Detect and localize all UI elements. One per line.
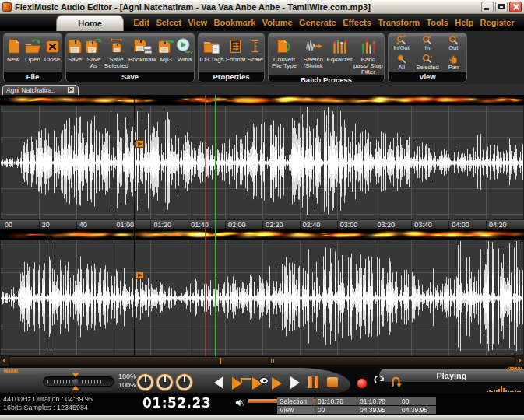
band-pass-filter-icon: [360, 35, 377, 57]
close-file-button[interactable]: Close: [44, 35, 61, 63]
ruler-tick-label: 02:20: [262, 221, 283, 229]
zoom-in-out-icon: [396, 34, 406, 45]
ruler-tick-label: 01:00: [114, 221, 135, 229]
open-button[interactable]: Open: [24, 35, 42, 63]
menu-transform[interactable]: Transform: [378, 18, 420, 27]
menu-select[interactable]: Select: [156, 18, 181, 27]
scale-button[interactable]: Scale: [248, 35, 263, 63]
band-pass-stop-filter-button[interactable]: Band pass/ Stop Filter: [353, 35, 384, 75]
tab-home[interactable]: Home: [56, 15, 124, 31]
save-as-button[interactable]: Save As: [83, 35, 104, 69]
scrollbar-grip[interactable]: [269, 359, 275, 363]
stop-button[interactable]: [327, 377, 338, 387]
menu-help[interactable]: Help: [455, 18, 473, 27]
ruler-tick-label: 02:00: [225, 221, 246, 229]
zoom-slider[interactable]: [43, 376, 114, 387]
speed-knob[interactable]: [176, 374, 192, 390]
mp3-button[interactable]: Mp3: [156, 35, 175, 63]
window-bottom-edge: [0, 415, 524, 420]
bookmark-save-button[interactable]: Bookmark: [128, 35, 156, 63]
loop-icon[interactable]: [374, 376, 385, 391]
timeline-ruler[interactable]: 00204001:0001:2001:4002:0002:2002:4003:0…: [0, 220, 524, 229]
menu-edit[interactable]: Edit: [133, 18, 149, 27]
pan-button[interactable]: Pan: [441, 53, 466, 72]
play-from-marker-button[interactable]: [232, 377, 242, 390]
zoom-in-button[interactable]: In: [414, 33, 440, 53]
group-label: Batch Process: [269, 75, 384, 82]
zoom-slider-handle-top[interactable]: [72, 373, 79, 377]
button-label: Equalizer: [326, 57, 352, 63]
stretch-shrink-button[interactable]: Stretch /Shrink: [300, 35, 326, 69]
menu-tools[interactable]: Tools: [426, 18, 448, 27]
record-button[interactable]: [357, 378, 368, 389]
playback-status: Playing: [436, 371, 466, 380]
zoom-out-button[interactable]: Out: [441, 33, 466, 53]
ruler-tick-label: 01:40: [188, 221, 209, 229]
new-document-icon: [5, 35, 22, 57]
ribbon-group-properties: ID3 Tags Format Scale Properties: [198, 33, 265, 82]
button-label: Close: [44, 57, 60, 63]
tab-close-button[interactable]: [67, 86, 75, 94]
save-selected-button[interactable]: Save Selected: [104, 35, 128, 69]
ribbon-group-file: New Open Close File: [3, 33, 62, 82]
scrollbar-track[interactable]: [9, 356, 515, 366]
scale-ruler-icon: [248, 35, 262, 57]
document-tab[interactable]: Agni Natchatira..: [2, 85, 79, 95]
volume-knob[interactable]: [137, 374, 153, 390]
ruler-tick-label: 03:20: [375, 221, 396, 229]
rewind-chevrons-icon[interactable]: «««««: [3, 366, 17, 375]
save-as-icon: [84, 35, 103, 57]
zoom-selected-button[interactable]: Selected: [414, 53, 440, 72]
format-button[interactable]: Format: [226, 35, 245, 63]
button-label: Bookmark: [128, 57, 156, 63]
return-arrow-icon[interactable]: [391, 375, 402, 391]
zoom-all-icon: [396, 54, 406, 65]
scroll-left-arrow[interactable]: ‹: [0, 356, 9, 366]
convert-file-type-button[interactable]: Convert File Type: [269, 35, 300, 69]
play-selection-button[interactable]: [272, 377, 282, 390]
menu-view[interactable]: View: [188, 18, 207, 27]
close-icon: [512, 3, 519, 11]
zoom-in-out-button[interactable]: In/Out: [389, 33, 414, 53]
overview-strip-top[interactable]: [0, 95, 524, 105]
zoom-slider-knob[interactable]: [72, 379, 79, 386]
equalizer-button[interactable]: Equalizer: [326, 35, 352, 63]
play-view-button[interactable]: [252, 377, 262, 390]
waveform-left-channel[interactable]: [0, 105, 524, 220]
play-button[interactable]: [290, 376, 300, 389]
convert-file-type-icon: [275, 35, 294, 57]
menu-register[interactable]: Register: [480, 18, 515, 27]
zoom-slider-handle-bottom[interactable]: [72, 386, 79, 390]
menu-generate[interactable]: Generate: [299, 18, 336, 27]
ruler-tick-label: 02:40: [300, 221, 321, 229]
pause-button[interactable]: [308, 376, 318, 388]
marker-bar-icon: [241, 378, 251, 380]
pan-hand-icon: [448, 54, 459, 65]
close-button[interactable]: [509, 2, 522, 12]
menu-effects[interactable]: Effects: [343, 18, 371, 27]
waveform-right-channel[interactable]: [0, 240, 524, 356]
save-button[interactable]: Save: [66, 35, 83, 63]
wma-button[interactable]: Wma: [175, 35, 194, 63]
ribbon-group-save: Save Save As Save Selected: [65, 33, 195, 82]
forward-chevrons-icon[interactable]: »»»»»: [507, 364, 521, 373]
vertical-zoom-value: 100%: [118, 381, 136, 390]
play-backward-button[interactable]: [214, 376, 223, 389]
app-window: FlexiMusic Audio Editor - [Agni Natchati…: [0, 0, 524, 420]
button-label: Open: [25, 57, 40, 63]
maximize-button[interactable]: [495, 2, 508, 12]
id3-tags-button[interactable]: ID3 Tags: [199, 35, 223, 63]
transport-bar: ««««« »»»»» 100% 100% Playing: [0, 366, 524, 393]
button-label: Format: [226, 57, 245, 63]
balance-knob[interactable]: [156, 374, 173, 390]
horizontal-scrollbar[interactable]: ‹ ›: [0, 356, 524, 366]
new-button[interactable]: New: [5, 35, 22, 63]
menu-volume[interactable]: Volume: [262, 18, 293, 27]
zoom-all-button[interactable]: All: [389, 53, 414, 72]
ribbon-group-batch-process: Convert File Type Stretch /Shrink Equali…: [268, 33, 385, 82]
button-label: Save: [68, 57, 82, 63]
menu-bookmark[interactable]: Bookmark: [214, 18, 256, 27]
minimize-button[interactable]: [481, 2, 494, 12]
level-meter: [487, 384, 521, 392]
overview-strip-bottom[interactable]: [0, 229, 524, 240]
